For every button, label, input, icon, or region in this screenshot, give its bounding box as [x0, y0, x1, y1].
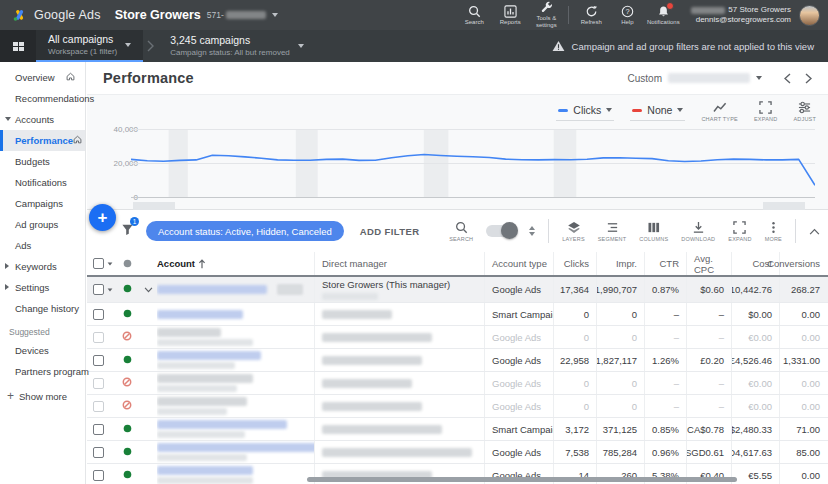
selection-menu-caret-icon[interactable]	[108, 262, 113, 265]
sidebar-item-campaigns[interactable]: Campaigns	[0, 193, 85, 214]
column-header-avg-cpc[interactable]: Avg. CPC	[686, 252, 731, 275]
adjust-chart-button[interactable]: ADJUST	[793, 101, 816, 122]
column-header-account[interactable]: Account	[157, 252, 314, 275]
search-button[interactable]: Search	[456, 3, 492, 28]
notifications-button[interactable]: Notifications	[645, 3, 681, 28]
collapse-toolbar-chevron[interactable]	[809, 228, 820, 235]
download-button[interactable]: DOWNLOAD	[681, 221, 715, 242]
campaign-selection-dropdown[interactable]: 3,245 campaigns Campaign status: All but…	[158, 30, 316, 62]
table-row[interactable]: Google Ads7,538785,2840.96%SGD0.61SGD4,6…	[87, 441, 828, 464]
expand-table-button[interactable]: EXPAND	[728, 221, 751, 242]
more-options-button[interactable]: MORE	[765, 221, 782, 242]
row-checkbox[interactable]	[93, 355, 104, 366]
reports-button[interactable]: Reports	[492, 3, 528, 28]
selection-caret-icon	[298, 44, 304, 48]
column-header-direct-manager[interactable]: Direct manager	[314, 252, 484, 275]
scope-selector-all-campaigns[interactable]: All campaigns Workspace (1 filter)	[36, 30, 143, 62]
tools-settings-button[interactable]: Tools & settings	[528, 0, 564, 31]
sidebar-item-recommendations[interactable]: Recommendations	[0, 88, 85, 109]
table-row[interactable]: Google Ads22,9581,827,1171.26%£0.20£4,52…	[87, 349, 828, 372]
google-ads-brand[interactable]: Google Ads	[12, 8, 101, 23]
table-view-toggle[interactable]	[486, 225, 516, 237]
sidebar-show-more[interactable]: + Show more	[0, 382, 85, 402]
refresh-button[interactable]: Refresh	[573, 3, 609, 28]
table-search-button[interactable]: SEARCH	[449, 221, 473, 242]
sidebar-item-overview[interactable]: Overview	[0, 67, 85, 88]
primary-metric-selector[interactable]: Clicks	[556, 102, 614, 121]
horizontal-scrollbar[interactable]	[307, 477, 737, 482]
cell-impressions: 785,284	[596, 441, 644, 463]
manager-account-id[interactable]: 571-	[207, 10, 266, 20]
table-row[interactable]: Smart Campaign3,172371,1250.85%CA$0.78CA…	[87, 418, 828, 441]
next-period-chevron[interactable]	[805, 73, 812, 84]
sidebar-item-settings[interactable]: Settings	[0, 277, 85, 298]
sidebar-item-change-history[interactable]: Change history	[0, 298, 85, 319]
sidebar-item-ad-groups[interactable]: Ad groups	[0, 214, 85, 235]
collapse-arrow-icon[interactable]	[5, 263, 9, 269]
column-header-impressions[interactable]: Impr.	[596, 252, 644, 275]
row-checkbox[interactable]	[93, 332, 104, 343]
row-selection-caret-icon[interactable]	[108, 288, 113, 291]
secondary-metric-selector[interactable]: None	[630, 102, 685, 121]
column-header-ctr[interactable]: CTR	[644, 252, 686, 275]
column-header-clicks[interactable]: Clicks	[553, 252, 596, 275]
chart-type-button[interactable]: CHART TYPE	[701, 101, 738, 122]
table-row[interactable]: Google Ads00––€0.000.00	[87, 326, 828, 349]
layers-button[interactable]: LAYERS	[562, 221, 585, 242]
expand-chart-button[interactable]: EXPAND	[754, 101, 777, 122]
date-range-caret-icon[interactable]	[756, 76, 762, 80]
sidebar-item-budgets[interactable]: Budgets	[0, 151, 85, 172]
row-checkbox[interactable]	[93, 309, 104, 320]
row-reorder-chevrons[interactable]	[529, 226, 535, 236]
collapse-arrow-icon[interactable]	[5, 284, 9, 290]
sidebar-item-keywords[interactable]: Keywords	[0, 256, 85, 277]
account-name-redacted[interactable]	[157, 351, 261, 360]
table-row[interactable]: Google Ads00––€0.000.00	[87, 372, 828, 395]
table-row[interactable]: Store Growers (This manager)Google Ads17…	[87, 277, 828, 303]
row-checkbox[interactable]	[93, 378, 104, 389]
table-row[interactable]: Google Ads00––€0.000.00	[87, 395, 828, 418]
select-all-checkbox[interactable]	[93, 258, 104, 269]
account-name-redacted[interactable]	[157, 466, 253, 475]
svg-text:?: ?	[625, 7, 629, 16]
create-account-fab[interactable]: +	[89, 204, 116, 231]
account-status-filter-chip[interactable]: Account status: Active, Hidden, Canceled	[146, 221, 344, 241]
columns-button[interactable]: COLUMNS	[639, 221, 668, 242]
cell-ctr: 0.87%	[644, 277, 686, 302]
account-name-redacted[interactable]	[157, 397, 247, 406]
row-checkbox[interactable]	[93, 424, 104, 435]
help-button[interactable]: ? Help	[609, 3, 645, 28]
expand-arrow-icon[interactable]	[5, 117, 11, 121]
column-header-account-type[interactable]: Account type	[484, 252, 553, 275]
account-switcher-caret-icon[interactable]	[272, 13, 278, 17]
account-name-redacted[interactable]	[157, 443, 314, 452]
expand-row-chevron[interactable]	[144, 287, 153, 293]
sidebar-item-accounts[interactable]: Accounts	[0, 109, 85, 130]
row-checkbox[interactable]	[93, 470, 104, 481]
row-checkbox[interactable]	[93, 401, 104, 412]
row-checkbox[interactable]	[93, 447, 104, 458]
add-filter-button[interactable]: ADD FILTER	[360, 226, 420, 237]
sidebar-item-notifications[interactable]: Notifications	[0, 172, 85, 193]
previous-period-chevron[interactable]	[784, 73, 791, 84]
nav-grid-button[interactable]	[0, 30, 36, 62]
account-name-redacted[interactable]	[157, 374, 253, 383]
account-name-redacted[interactable]	[157, 420, 287, 429]
column-header-conversions[interactable]: Conversions	[779, 252, 827, 275]
row-checkbox[interactable]	[93, 284, 104, 295]
account-name-redacted[interactable]	[157, 285, 267, 294]
segment-button[interactable]: SEGMENT	[598, 221, 627, 242]
avatar[interactable]	[799, 5, 820, 26]
clicks-line-chart[interactable]	[131, 129, 815, 198]
account-name-redacted[interactable]	[157, 310, 243, 319]
account-id-redacted	[157, 385, 237, 392]
cell-cost: €0.00	[731, 372, 779, 394]
sidebar-item-devices[interactable]: Devices	[0, 340, 85, 361]
table-row[interactable]: Smart Campaign00––$0.000.00	[87, 303, 828, 326]
account-name-redacted[interactable]	[157, 328, 221, 337]
layers-icon	[567, 221, 581, 234]
sidebar-item-performance[interactable]: Performance	[0, 130, 85, 151]
sidebar-item-partners-program[interactable]: Partners program	[0, 361, 85, 382]
active-filters-button[interactable]: 1	[121, 222, 134, 240]
sidebar-item-ads[interactable]: Ads	[0, 235, 85, 256]
